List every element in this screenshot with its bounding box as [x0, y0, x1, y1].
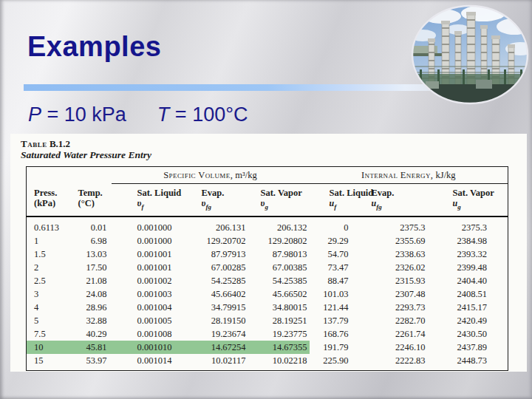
table-cell: 2222.83 — [355, 354, 428, 371]
table-row: 532.880.00100528.1915028.19251137.792282… — [27, 314, 508, 327]
table-row: 0.61130.010.001000206.131206.13202375.32… — [27, 216, 508, 234]
table-cell: 0.001002 — [112, 274, 182, 287]
table-cell: 2415.17 — [428, 301, 508, 314]
table-caption-number: Table B.1.2 — [21, 138, 527, 149]
table-cell: 168.76 — [310, 327, 355, 341]
table-cell: 34.80015 — [248, 301, 310, 314]
table-cell: 6.98 — [71, 234, 112, 248]
table-cell: 2315.93 — [355, 274, 428, 287]
table-row: 217.500.00100167.0028567.0038573.472326.… — [27, 261, 508, 274]
table-cell: 3 — [27, 287, 71, 301]
table-cell: 5 — [27, 314, 71, 327]
table-cell: 129.20702 — [182, 234, 248, 248]
table-row: 16.980.001000129.20702129.2080229.292355… — [27, 234, 508, 248]
table-cell: 2384.98 — [428, 234, 508, 248]
table-cell: 0.001010 — [112, 341, 182, 354]
table-cell: 45.66402 — [182, 287, 248, 301]
table-cell: 14.67355 — [248, 341, 310, 354]
table-cell: 0.001003 — [112, 287, 182, 301]
column-header: Sat. Liquiduf — [310, 184, 355, 216]
table-cell: 29.29 — [310, 234, 355, 248]
column-header: Sat. Vaporug — [428, 184, 508, 216]
table-cell: 67.00385 — [248, 261, 310, 274]
table-cell: 10.02117 — [182, 354, 248, 371]
table-cell: 34.79915 — [182, 301, 248, 314]
title-divider-bar — [24, 84, 467, 91]
table-caption-title: Saturated Water Pressure Entry — [21, 149, 527, 160]
table-cell: 40.29 — [71, 327, 112, 341]
table-cell: 1.5 — [27, 248, 71, 261]
temperature-value: = 100°C — [169, 103, 248, 126]
column-header: Temp.(°C) — [71, 184, 112, 216]
table-cell: 2261.74 — [355, 327, 428, 341]
group-spacer — [27, 167, 112, 184]
table-row: 1.513.030.00100187.9791387.9801354.70233… — [27, 248, 508, 261]
table-cell: 10 — [27, 341, 71, 354]
table-cell: 32.88 — [71, 314, 112, 327]
group-header: Internal Energy, kJ/kg — [310, 167, 508, 184]
table-cell: 15 — [27, 354, 71, 371]
group-header: Specific Volume, m³/kg — [112, 167, 310, 184]
table-cell: 0.001001 — [112, 261, 182, 274]
table-cell: 24.08 — [71, 287, 112, 301]
table-cell: 2307.48 — [355, 287, 428, 301]
table-cell: 129.20802 — [248, 234, 310, 248]
table-cell: 0.001000 — [112, 234, 182, 248]
table-cell: 121.44 — [310, 301, 355, 314]
column-header-row: Press.(kPa)Temp.(°C)Sat. LiquidυfEvap.υf… — [27, 184, 508, 216]
table-cell: 10.02218 — [248, 354, 310, 371]
table-header: Specific Volume, m³/kgInternal Energy, k… — [27, 167, 508, 216]
table-cell: 19.23674 — [182, 327, 248, 341]
table-cell: 67.00285 — [182, 261, 248, 274]
column-header: Sat. Liquidυf — [112, 184, 182, 216]
table-cell: 191.79 — [310, 341, 355, 354]
table-cell: 206.131 — [182, 216, 248, 234]
table-row: 1045.810.00101014.6725414.67355191.79224… — [27, 341, 508, 354]
pressure-symbol: P — [28, 103, 41, 126]
table-cell: 0.001014 — [112, 354, 182, 371]
table-cell: 0.001001 — [112, 248, 182, 261]
table-cell: 0.6113 — [27, 216, 71, 234]
table-cell: 0 — [310, 216, 355, 234]
group-header-row: Specific Volume, m³/kgInternal Energy, k… — [27, 167, 508, 184]
table-cell: 4 — [27, 301, 71, 314]
table-cell: 2420.49 — [428, 314, 508, 327]
table-cell: 17.50 — [71, 261, 112, 274]
table-cell: 7.5 — [27, 327, 71, 341]
table-cell: 54.70 — [310, 248, 355, 261]
table-cell: 28.19150 — [182, 314, 248, 327]
table-cell: 0.001004 — [112, 301, 182, 314]
table-cell: 2375.3 — [355, 216, 428, 234]
table-cell: 88.47 — [310, 274, 355, 287]
table-cell: 19.23775 — [248, 327, 310, 341]
column-header: Sat. Vaporυg — [248, 184, 310, 216]
table-cell: 2282.70 — [355, 314, 428, 327]
table-row: 428.960.00100434.7991534.80015121.442293… — [27, 301, 508, 314]
table-cell: 2408.51 — [428, 287, 508, 301]
table-cell: 14.67254 — [182, 341, 248, 354]
table-cell: 45.81 — [71, 341, 112, 354]
table-row: 7.540.290.00100819.2367419.23775168.7622… — [27, 327, 508, 341]
table-cell: 2.5 — [27, 274, 71, 287]
table-cell: 54.25285 — [182, 274, 248, 287]
table-scan-panel: Table B.1.2 Saturated Water Pressure Ent… — [10, 134, 527, 372]
table-cell: 2246.10 — [355, 341, 428, 354]
table-cell: 137.79 — [310, 314, 355, 327]
table-cell: 87.98013 — [248, 248, 310, 261]
table-cell: 2437.89 — [428, 341, 508, 354]
table-cell: 54.25385 — [248, 274, 310, 287]
table-row: 1553.970.00101410.0211710.02218225.90222… — [27, 354, 508, 371]
table-cell: 2355.69 — [355, 234, 428, 248]
pressure-value: = 10 kPa — [41, 103, 126, 126]
column-header: Press.(kPa) — [27, 184, 71, 216]
temperature-symbol: T — [157, 103, 170, 126]
saturated-water-pressure-table: Specific Volume, m³/kgInternal Energy, k… — [26, 166, 508, 371]
column-header: Evap.υfg — [182, 184, 248, 216]
table-cell: 73.47 — [310, 261, 355, 274]
table-row: 324.080.00100345.6640245.66502101.032307… — [27, 287, 508, 301]
table-cell: 28.19251 — [248, 314, 310, 327]
table-cell: 1 — [27, 234, 71, 248]
slide-title: Examples — [27, 31, 161, 63]
table-cell: 2393.32 — [428, 248, 508, 261]
table-cell: 2448.73 — [428, 354, 508, 371]
